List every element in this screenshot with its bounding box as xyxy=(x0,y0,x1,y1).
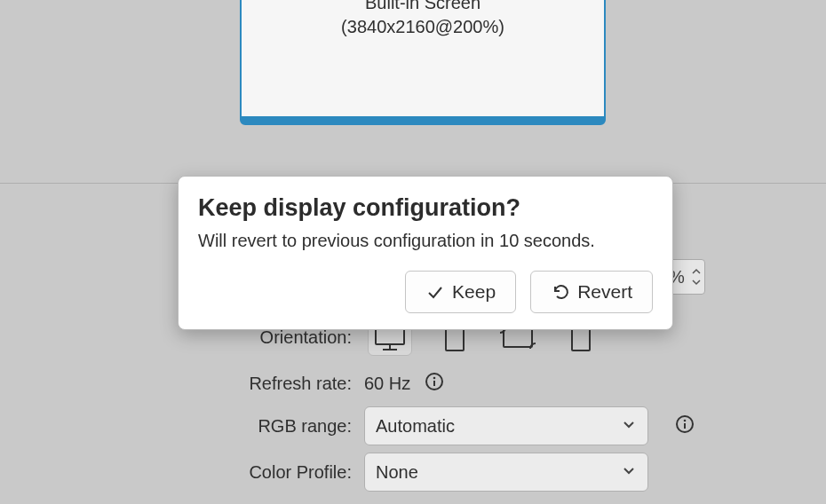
rgb-range-value: Automatic xyxy=(376,416,455,437)
display-preview-area: Built-in Screen (3840x2160@200%) xyxy=(0,0,826,184)
revert-button-label: Revert xyxy=(577,281,632,303)
svg-point-7 xyxy=(433,377,436,380)
refresh-rate-label: Refresh rate: xyxy=(0,374,364,394)
dialog-button-row: Keep Revert xyxy=(198,271,653,313)
keep-button[interactable]: Keep xyxy=(405,271,516,313)
rgb-range-combobox[interactable]: Automatic xyxy=(364,406,648,445)
svg-point-10 xyxy=(684,420,687,422)
display-preview-tile[interactable]: Built-in Screen (3840x2160@200%) xyxy=(240,0,606,125)
rgb-range-label: RGB range: xyxy=(0,416,364,437)
undo-icon xyxy=(551,282,570,302)
display-resolution-label: (3840x2160@200%) xyxy=(242,15,604,39)
check-icon xyxy=(425,282,445,302)
color-profile-row: Color Profile: None xyxy=(0,451,826,493)
color-profile-value: None xyxy=(376,462,418,483)
svg-rect-4 xyxy=(504,329,532,347)
revert-button[interactable]: Revert xyxy=(530,271,653,313)
chevron-down-icon[interactable] xyxy=(690,277,703,287)
keep-button-label: Keep xyxy=(452,281,496,303)
refresh-rate-row: Refresh rate: 60 Hz xyxy=(0,362,826,405)
color-profile-label: Color Profile: xyxy=(0,462,364,483)
chevron-up-icon[interactable] xyxy=(690,266,703,277)
info-icon xyxy=(674,413,695,438)
confirm-display-dialog: Keep display configuration? Will revert … xyxy=(178,176,673,330)
dialog-message: Will revert to previous configuration in… xyxy=(198,231,653,251)
display-name-label: Built-in Screen xyxy=(242,0,604,15)
info-icon xyxy=(424,371,445,396)
chevron-down-icon xyxy=(621,416,637,437)
rgb-range-info-button[interactable] xyxy=(671,413,698,439)
dialog-title: Keep display configuration? xyxy=(198,194,653,222)
rgb-range-row: RGB range: Automatic xyxy=(0,405,826,447)
chevron-down-icon xyxy=(621,462,637,483)
refresh-rate-info-button[interactable] xyxy=(421,370,448,397)
refresh-rate-value: 60 Hz xyxy=(364,374,410,394)
color-profile-combobox[interactable]: None xyxy=(364,453,648,492)
